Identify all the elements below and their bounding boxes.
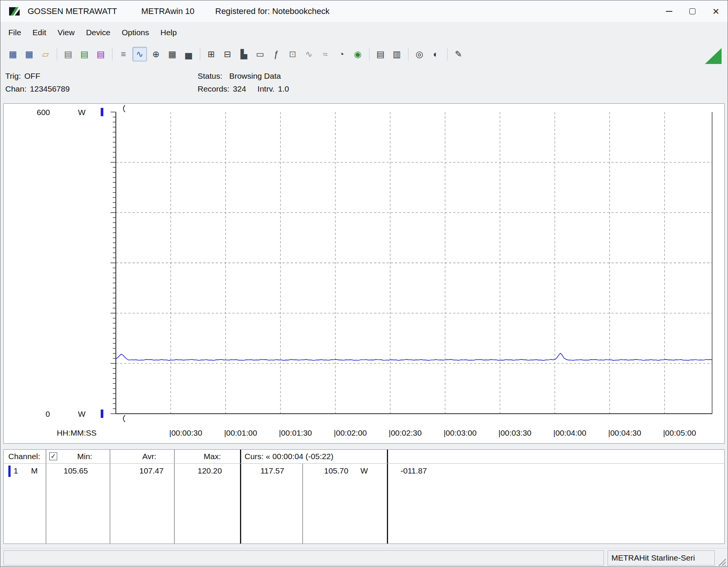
cursor-a-marker-top[interactable] (123, 105, 125, 112)
import-window-icon: ⊟ (224, 49, 231, 59)
save-button[interactable]: ▦ (6, 47, 20, 61)
export-clipboard-button[interactable]: ▤ (94, 47, 108, 61)
toolbar-separator (112, 48, 112, 61)
table-column-divider (302, 463, 303, 544)
meter-button[interactable]: ◔ (334, 47, 349, 61)
records-label: Records: (198, 84, 229, 93)
line-chart-button[interactable]: ∿ (133, 47, 147, 61)
save-as-button[interactable]: ▦ (22, 47, 36, 61)
import-window-button[interactable]: ⊟ (220, 47, 235, 61)
channel-visible-checkbox[interactable]: ✓ (49, 452, 57, 460)
x-tick-label: |00:04:00 (553, 428, 586, 437)
calculator-button[interactable]: ⊡ (285, 47, 300, 61)
zoom-horizontal-button[interactable]: ◎ (412, 47, 427, 61)
maximize-icon (689, 8, 695, 14)
minimize-button[interactable] (657, 0, 681, 22)
function-icon: ƒ (274, 49, 279, 59)
crosshair-button[interactable]: ⊕ (149, 47, 163, 61)
export-clipboard-icon: ▤ (97, 49, 105, 59)
monitor-icon: ▭ (256, 49, 264, 59)
x-axis-format-label: HH:MM:SS (57, 428, 97, 437)
resize-grip[interactable] (716, 556, 727, 567)
records-value: 324 (233, 84, 246, 93)
channel-color-marker (8, 466, 11, 477)
status-line: Status:Browsing Data (198, 70, 289, 83)
toolbar-separator (447, 48, 447, 61)
toolbar-separator (369, 48, 369, 61)
timer-button[interactable]: ◉ (351, 47, 365, 61)
close-button[interactable]: × (704, 0, 728, 22)
timer-icon: ◉ (354, 49, 362, 59)
x-tick-label: |00:03:30 (499, 428, 532, 437)
export-table-icon: ▤ (80, 49, 89, 59)
app-subtitle: METRAwin 10 (141, 6, 194, 16)
row-channel-number: 1 (14, 466, 18, 475)
maximize-button[interactable] (681, 0, 704, 22)
toolbar-separator (408, 48, 408, 61)
save-as-icon: ▦ (25, 49, 33, 59)
print-preview-icon: ▥ (393, 49, 401, 59)
x-tick-label: |00:00:30 (169, 428, 202, 437)
menu-item-options[interactable]: Options (116, 25, 154, 40)
row-max-value: 120.20 (198, 466, 222, 475)
export-window-button[interactable]: ⊞ (204, 47, 218, 61)
header-cursor: Curs: « 00:00:04 (-05:22) (245, 452, 334, 461)
export-table-button[interactable]: ▤ (77, 47, 92, 61)
annotation-button[interactable]: ✎ (451, 47, 466, 61)
waveform-button[interactable]: ∿ (302, 47, 316, 61)
x-tick-label: |00:05:00 (663, 428, 696, 437)
trig-line: Trig:OFF (5, 70, 70, 83)
expand-panel-button[interactable] (705, 48, 722, 64)
open-file-icon: ▱ (42, 49, 49, 59)
numeric-display-button[interactable]: ≡ (116, 47, 131, 61)
chart-plot[interactable]: |00:00:30|00:01:00|00:01:30|00:02:00|00:… (4, 104, 724, 443)
minimize-icon (666, 11, 672, 12)
waveform-filled-button[interactable]: ≈ (318, 47, 332, 61)
status-bar: METRAHit Starline-Seri (0, 548, 728, 567)
print-button[interactable]: ▤ (373, 47, 388, 61)
table-header-divider (4, 463, 724, 464)
row-cursor-a-value: 117.57 (260, 466, 284, 475)
function-button[interactable]: ƒ (269, 47, 284, 61)
print-preview-button[interactable]: ▥ (390, 47, 404, 61)
menu-bar: FileEditViewDeviceOptionsHelp (0, 22, 728, 43)
status-label: Status: (198, 72, 222, 80)
y-max-unit-label: W (78, 108, 86, 117)
zoom-vertical-button[interactable]: ◐ (429, 47, 443, 61)
window-controls: × (657, 0, 728, 22)
print-icon: ▤ (376, 49, 385, 59)
export-report-button[interactable]: ▤ (61, 47, 75, 61)
header-min: Min: (77, 452, 92, 461)
menu-item-device[interactable]: Device (80, 25, 116, 40)
bar-graph-icon: ▅ (185, 49, 192, 59)
y-min-label: 0 (45, 410, 50, 418)
open-file-button[interactable]: ▱ (38, 47, 53, 61)
menu-item-view[interactable]: View (52, 25, 80, 40)
scale-settings-icon: ▙ (240, 49, 247, 59)
crosshair-icon: ⊕ (152, 49, 159, 59)
table-column-divider (387, 450, 388, 544)
intrv-value: 1.0 (278, 84, 289, 93)
header-max: Max: (204, 452, 221, 461)
menu-item-edit[interactable]: Edit (27, 25, 52, 40)
numeric-display-icon: ≡ (121, 49, 126, 59)
toolbar: ▦▦▱▤▤▤≡∿⊕▦▅⊞⊟▙▭ƒ⊡∿≈◔◉▤▥◎◐✎ (0, 43, 728, 65)
bar-graph-button[interactable]: ▅ (181, 47, 196, 61)
monitor-button[interactable]: ▭ (253, 47, 267, 61)
export-window-icon: ⊞ (207, 49, 215, 59)
menu-item-file[interactable]: File (3, 25, 27, 40)
x-tick-label: |00:02:00 (334, 428, 367, 437)
trig-value: OFF (24, 72, 40, 80)
statusbar-device-field: METRAHit Starline-Seri (608, 550, 715, 565)
table-column-divider (240, 450, 241, 544)
channel-marker-bottom (101, 410, 103, 418)
export-report-icon: ▤ (64, 49, 72, 59)
cursor-a-marker-bottom[interactable] (123, 415, 125, 422)
registration-text: Registered for: Notebookcheck (215, 6, 330, 16)
table-view-button[interactable]: ▦ (165, 47, 179, 61)
records-line: Records:324Intrv.1.0 (198, 83, 289, 95)
y-min-unit-label: W (78, 410, 86, 418)
menu-item-help[interactable]: Help (155, 25, 182, 40)
channel-marker-top (101, 108, 103, 116)
scale-settings-button[interactable]: ▙ (237, 47, 251, 61)
